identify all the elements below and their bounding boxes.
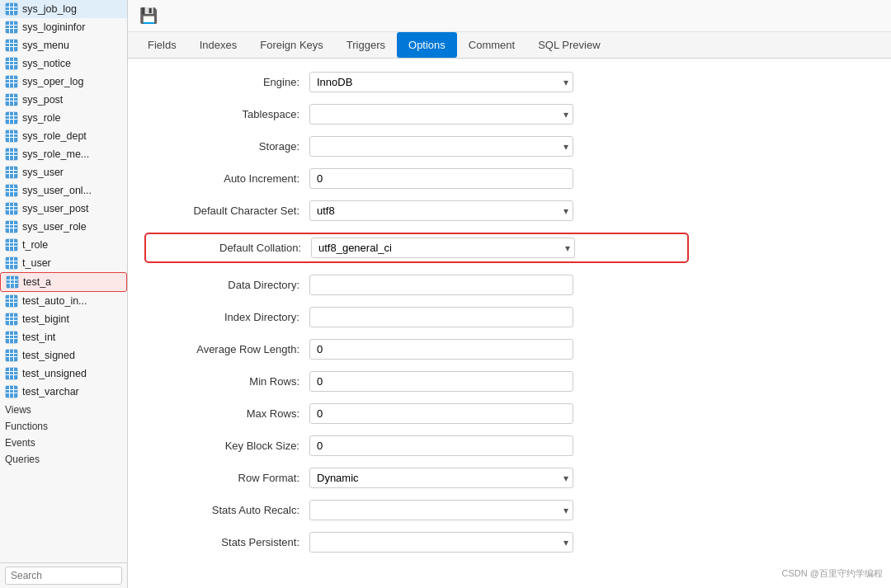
sidebar-item-sys_role[interactable]: sys_role [0, 109, 127, 127]
sidebar-item-label: sys_role_me... [22, 148, 89, 160]
svg-rect-60 [6, 221, 17, 233]
table-icon [5, 148, 18, 161]
form-label-13: Stats Auto Recalc: [144, 504, 309, 516]
main-panel: 💾 FieldsIndexesForeign KeysTriggersOptio… [128, 0, 891, 588]
sidebar-item-sys_job_log[interactable]: sys_job_log [0, 0, 127, 18]
form-select-2[interactable] [309, 136, 573, 157]
form-input-3[interactable] [309, 168, 573, 189]
sidebar-list: sys_job_log sys_logininfor sys_menu sys_… [0, 0, 127, 562]
form-input-8[interactable] [309, 339, 573, 360]
sidebar-item-label: test_varchar [22, 386, 79, 397]
sidebar-item-sys_user[interactable]: sys_user [0, 163, 127, 181]
form-label-1: Tablespace: [144, 108, 309, 120]
form-row-14: Stats Persistent:▾ [144, 532, 874, 553]
sidebar-item-sys_user_role[interactable]: sys_user_role [0, 218, 127, 236]
form-control-7 [309, 307, 573, 327]
form-input-6[interactable] [309, 275, 573, 295]
form-select-12[interactable]: Dynamic [309, 468, 573, 488]
sidebar-item-test_a[interactable]: test_a [0, 272, 127, 292]
sidebar-item-label: sys_user_post [22, 203, 89, 214]
sidebar-item-test_bigint[interactable]: test_bigint [0, 310, 127, 328]
svg-rect-10 [6, 40, 17, 51]
sidebar-item-sys_menu[interactable]: sys_menu [0, 36, 127, 54]
form-select-13[interactable] [309, 500, 573, 520]
form-row-1: Tablespace:▾ [144, 104, 874, 125]
sidebar-item-test_signed[interactable]: test_signed [0, 346, 127, 365]
svg-rect-90 [6, 332, 17, 343]
svg-rect-15 [6, 58, 17, 69]
form-control-0: InnoDB▾ [309, 72, 573, 92]
form-label-12: Row Format: [144, 472, 309, 484]
table-icon [6, 275, 19, 289]
sidebar-item-sys_notice[interactable]: sys_notice [0, 54, 127, 73]
table-icon [5, 294, 18, 308]
sidebar-item-sys_oper_log[interactable]: sys_oper_log [0, 73, 127, 91]
sidebar-item-label: sys_logininfor [22, 21, 85, 33]
form-label-11: Key Block Size: [144, 440, 309, 452]
form-label-9: Min Rows: [144, 375, 309, 388]
form-select-5[interactable]: utf8_general_ci [311, 238, 575, 258]
form-input-11[interactable] [309, 435, 573, 456]
table-icon [5, 2, 18, 16]
sidebar-item-label: sys_role [22, 112, 61, 124]
form-control-2: ▾ [309, 136, 573, 157]
svg-rect-20 [6, 76, 17, 87]
svg-rect-85 [6, 313, 17, 325]
sidebar-search-input[interactable] [5, 567, 122, 585]
svg-rect-95 [6, 350, 17, 361]
table-icon [5, 256, 18, 270]
sidebar-item-label: sys_job_log [22, 3, 77, 15]
tab-options[interactable]: Options [397, 32, 457, 58]
form-select-0[interactable]: InnoDB [309, 72, 573, 92]
sidebar-item-sys_role_dept[interactable]: sys_role_dept [0, 127, 127, 145]
form-control-13: ▾ [309, 500, 573, 520]
table-icon [5, 57, 18, 70]
svg-rect-40 [6, 148, 17, 160]
table-icon [5, 349, 18, 362]
form-control-6 [309, 275, 573, 295]
sidebar-item-sys_role_me-[interactable]: sys_role_me... [0, 145, 127, 163]
sidebar: sys_job_log sys_logininfor sys_menu sys_… [0, 0, 128, 588]
form-input-10[interactable] [309, 403, 573, 424]
sidebar-item-label: sys_user [22, 167, 64, 178]
sidebar-item-test_unsigned[interactable]: test_unsigned [0, 365, 127, 383]
table-icon [5, 202, 18, 215]
sidebar-item-sys_logininfor[interactable]: sys_logininfor [0, 18, 127, 36]
sidebar-item-test_auto_in-[interactable]: test_auto_in... [0, 292, 127, 310]
sidebar-item-label: test_bigint [22, 313, 69, 325]
tab-indexes[interactable]: Indexes [188, 32, 249, 58]
form-label-3: Auto Increment: [144, 172, 309, 185]
save-button[interactable]: 💾 [136, 5, 161, 26]
tab-comment[interactable]: Comment [457, 32, 526, 58]
form-input-7[interactable] [309, 307, 573, 327]
form-row-3: Auto Increment: [144, 168, 874, 189]
form-row-13: Stats Auto Recalc:▾ [144, 500, 874, 520]
svg-rect-65 [6, 239, 17, 251]
form-select-1[interactable] [309, 104, 573, 125]
tab-fields[interactable]: Fields [136, 32, 188, 58]
form-select-4[interactable]: utf8 [309, 200, 573, 221]
sidebar-item-label: sys_notice [22, 58, 71, 69]
table-icon [5, 21, 18, 34]
svg-rect-55 [6, 203, 17, 214]
sidebar-search-area [0, 562, 127, 588]
sidebar-item-test_int[interactable]: test_int [0, 328, 127, 346]
form-select-14[interactable] [309, 532, 573, 553]
tab-foreign-keys[interactable]: Foreign Keys [248, 32, 335, 58]
sidebar-item-test_varchar[interactable]: test_varchar [0, 383, 127, 401]
sidebar-item-t_role[interactable]: t_role [0, 236, 127, 254]
tab-triggers[interactable]: Triggers [335, 32, 397, 58]
tabs-bar: FieldsIndexesForeign KeysTriggersOptions… [128, 32, 891, 59]
sidebar-item-sys_post[interactable]: sys_post [0, 91, 127, 109]
tab-sql-preview[interactable]: SQL Preview [526, 32, 611, 58]
sidebar-item-t_user[interactable]: t_user [0, 254, 127, 272]
form-label-6: Data Directory: [144, 279, 309, 291]
sidebar-item-sys_user_onl-[interactable]: sys_user_onl... [0, 181, 127, 200]
sidebar-item-sys_user_post[interactable]: sys_user_post [0, 200, 127, 218]
sidebar-item-label: sys_oper_log [22, 76, 83, 87]
form-input-9[interactable] [309, 371, 573, 392]
svg-rect-75 [7, 276, 18, 288]
form-row-7: Index Directory: [144, 307, 874, 327]
form-row-8: Average Row Length: [144, 339, 874, 360]
form-label-8: Average Row Length: [144, 343, 309, 355]
